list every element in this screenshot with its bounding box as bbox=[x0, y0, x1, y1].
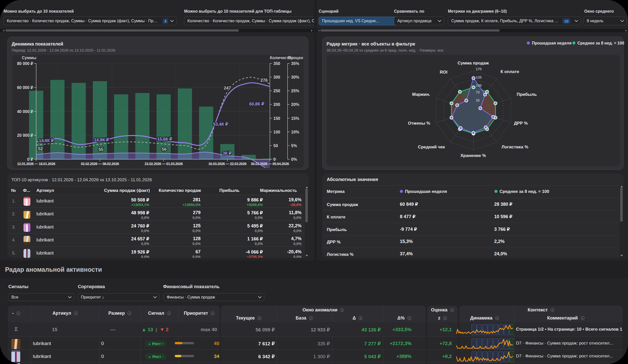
svg-text:170: 170 bbox=[476, 67, 482, 71]
svg-text:135: 135 bbox=[476, 75, 482, 79]
svg-text:15%: 15% bbox=[291, 116, 299, 121]
svg-text:200: 200 bbox=[273, 102, 280, 107]
svg-text:23.02.2026 — 01.03.2026: 23.02.2026 — 01.03.2026 bbox=[145, 162, 183, 166]
svg-text:14,6К ₽: 14,6К ₽ bbox=[39, 138, 54, 143]
svg-text:5%: 5% bbox=[291, 144, 297, 148]
svg-text:Хранение %: Хранение % bbox=[461, 153, 486, 158]
svg-text:Проценты: Проценты bbox=[288, 56, 304, 60]
svg-text:Средний чек: Средний чек bbox=[418, 145, 445, 149]
svg-text:40 000 ₽: 40 000 ₽ bbox=[17, 109, 33, 114]
svg-text:247: 247 bbox=[224, 86, 231, 90]
svg-text:276: 276 bbox=[261, 78, 268, 83]
svg-text:100: 100 bbox=[273, 130, 280, 134]
svg-text:50: 50 bbox=[273, 144, 278, 148]
svg-text:Сумма продаж: Сумма продаж bbox=[458, 61, 489, 65]
svg-text:60 000 ₽: 60 000 ₽ bbox=[17, 85, 33, 90]
svg-text:Отмены %: Отмены % bbox=[408, 121, 430, 126]
svg-text:10%: 10% bbox=[291, 130, 299, 134]
svg-text:20%: 20% bbox=[291, 102, 299, 107]
svg-text:14,9К ₽: 14,9К ₽ bbox=[94, 138, 109, 142]
svg-text:К оплате: К оплате bbox=[501, 69, 519, 74]
svg-text:02.02.2026 — 08.02.2026: 02.02.2026 — 08.02.2026 bbox=[81, 162, 119, 166]
svg-text:56: 56 bbox=[162, 147, 167, 152]
svg-text:300: 300 bbox=[273, 75, 280, 79]
svg-text:Прибыль: Прибыль bbox=[517, 92, 537, 97]
svg-text:53,4К ₽: 53,4К ₽ bbox=[213, 122, 228, 127]
svg-text:100: 100 bbox=[476, 83, 482, 87]
svg-text:16.03.2026 — 22.03.2026: 16.03.2026 — 22.03.2026 bbox=[208, 162, 247, 166]
svg-text:Логистика %: Логистика % bbox=[502, 145, 528, 149]
svg-text:12.01.2026 — 18.01.2026: 12.01.2026 — 18.01.2026 bbox=[17, 162, 55, 166]
svg-text:60,8К ₽: 60,8К ₽ bbox=[249, 102, 264, 106]
svg-text:55: 55 bbox=[99, 147, 103, 152]
svg-text:20 000 ₽: 20 000 ₽ bbox=[17, 133, 33, 138]
svg-text:35%: 35% bbox=[291, 61, 299, 66]
svg-text:25%: 25% bbox=[291, 89, 299, 93]
svg-text:3К ₽: 3К ₽ bbox=[223, 151, 232, 156]
svg-text:15,6К ₽: 15,6К ₽ bbox=[157, 137, 172, 142]
svg-text:0%: 0% bbox=[291, 157, 297, 162]
svg-text:0 ₽: 0 ₽ bbox=[27, 157, 33, 162]
svg-text:Маржин.: Маржин. bbox=[412, 92, 430, 97]
svg-text:52: 52 bbox=[38, 146, 43, 151]
svg-text:ROI: ROI bbox=[440, 70, 447, 75]
svg-text:250: 250 bbox=[273, 89, 280, 93]
svg-text:150: 150 bbox=[273, 116, 280, 121]
svg-text:70: 70 bbox=[476, 90, 480, 94]
svg-text:Суммы: Суммы bbox=[22, 56, 36, 60]
svg-text:30%: 30% bbox=[291, 75, 299, 79]
svg-text:35: 35 bbox=[476, 98, 480, 102]
svg-text:0: 0 bbox=[273, 157, 276, 162]
svg-text:ДРР %: ДРР % bbox=[514, 121, 528, 126]
svg-text:350: 350 bbox=[273, 61, 280, 66]
svg-text:80 000 ₽: 80 000 ₽ bbox=[17, 61, 33, 66]
